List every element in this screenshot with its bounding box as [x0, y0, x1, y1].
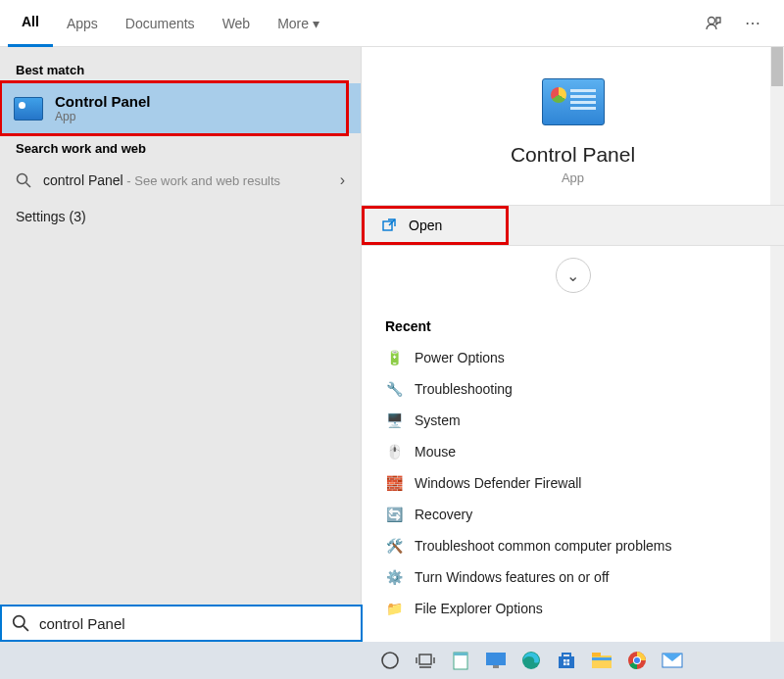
- explorer-icon[interactable]: [585, 644, 618, 677]
- taskview-icon[interactable]: [409, 644, 442, 677]
- tab-documents[interactable]: Documents: [112, 0, 209, 47]
- recent-item-label: System: [415, 412, 461, 428]
- recent-item[interactable]: 🔋Power Options: [381, 342, 764, 373]
- svg-rect-15: [567, 663, 570, 666]
- recent-item-icon: 🛠️: [385, 537, 403, 555]
- best-match-label: Best match: [0, 55, 361, 83]
- recent-item-icon: 📁: [385, 600, 403, 617]
- recent-item-icon: 🔋: [385, 349, 403, 366]
- svg-rect-7: [454, 653, 467, 655]
- tab-more[interactable]: More▾: [264, 0, 333, 47]
- settings-section[interactable]: Settings (3): [0, 199, 361, 234]
- tab-apps[interactable]: Apps: [53, 0, 112, 47]
- recent-item[interactable]: 🔧Troubleshooting: [381, 373, 764, 405]
- scrollbar[interactable]: [770, 47, 784, 642]
- chevron-right-icon: ›: [340, 171, 345, 189]
- recent-item-icon: ⚙️: [385, 568, 403, 586]
- svg-rect-9: [493, 665, 499, 668]
- recent-item-icon: 🖥️: [385, 412, 403, 429]
- recent-label: Recent: [381, 311, 764, 342]
- open-icon: [381, 218, 397, 233]
- more-options-icon[interactable]: ⋯: [737, 8, 768, 39]
- svg-point-1: [18, 174, 27, 184]
- open-action[interactable]: Open: [362, 205, 784, 246]
- store-icon[interactable]: [550, 644, 583, 677]
- svg-rect-18: [592, 657, 612, 660]
- svg-rect-16: [592, 655, 612, 668]
- svg-rect-11: [559, 656, 574, 668]
- web-query-text: control Panel: [43, 172, 123, 188]
- recent-item[interactable]: ⚙️Turn Windows features on or off: [381, 561, 764, 593]
- svg-rect-17: [592, 653, 601, 656]
- recent-item-label: Troubleshoot common computer problems: [415, 538, 672, 554]
- search-box[interactable]: [0, 605, 363, 642]
- recent-item-icon: 🔧: [385, 380, 403, 398]
- recent-item[interactable]: 🖥️System: [381, 405, 764, 436]
- recent-item-label: Windows Defender Firewall: [415, 475, 581, 491]
- expand-button[interactable]: ⌄: [556, 258, 591, 293]
- preview-type: App: [362, 170, 784, 185]
- recent-item-label: Mouse: [415, 444, 456, 460]
- result-title: Control Panel: [55, 93, 151, 110]
- web-search-result[interactable]: control Panel - See work and web results…: [0, 162, 361, 199]
- recent-item[interactable]: 📁File Explorer Options: [381, 593, 764, 624]
- recent-item-label: Power Options: [415, 350, 505, 365]
- svg-rect-8: [486, 653, 506, 665]
- svg-point-21: [634, 657, 640, 663]
- results-pane: Best match Control Panel App Search work…: [0, 47, 361, 642]
- filter-tabs: All Apps Documents Web More▾ ⋯: [0, 0, 784, 47]
- svg-rect-13: [567, 659, 570, 662]
- preview-pane: Control Panel App Open ⌄ Recent 🔋Power O…: [361, 47, 784, 642]
- svg-rect-5: [419, 655, 431, 664]
- svg-point-4: [382, 653, 398, 668]
- edge-icon[interactable]: [514, 644, 548, 677]
- result-subtitle: App: [55, 110, 151, 123]
- open-label: Open: [409, 218, 442, 233]
- preview-app-icon: [542, 78, 605, 125]
- tab-all[interactable]: All: [8, 0, 53, 47]
- web-hint-text: - See work and web results: [123, 173, 280, 188]
- preview-title: Control Panel: [362, 143, 784, 167]
- recent-item-icon: 🖱️: [385, 443, 403, 461]
- svg-rect-12: [564, 659, 566, 662]
- recent-item-label: Turn Windows features on or off: [415, 569, 609, 585]
- chrome-icon[interactable]: [620, 644, 654, 677]
- recent-item[interactable]: 🛠️Troubleshoot common computer problems: [381, 530, 764, 561]
- recent-item-label: Recovery: [415, 507, 472, 522]
- recent-item-icon: 🔄: [385, 506, 403, 523]
- recent-item-label: Troubleshooting: [415, 381, 513, 397]
- recent-item-icon: 🧱: [385, 474, 403, 492]
- best-match-result[interactable]: Control Panel App: [0, 83, 361, 133]
- recent-item-label: File Explorer Options: [415, 601, 543, 616]
- desktop-icon[interactable]: [479, 644, 513, 677]
- search-input[interactable]: [39, 615, 351, 632]
- search-icon: [16, 172, 33, 188]
- mail-icon[interactable]: [656, 644, 689, 677]
- svg-rect-14: [564, 663, 566, 666]
- svg-point-3: [14, 616, 24, 627]
- control-panel-icon: [14, 94, 43, 123]
- recent-item[interactable]: 🧱Windows Defender Firewall: [381, 467, 764, 499]
- cortana-icon[interactable]: [373, 644, 407, 677]
- search-web-label: Search work and web: [0, 133, 361, 162]
- tab-web[interactable]: Web: [209, 0, 265, 47]
- chevron-down-icon: ▾: [313, 16, 319, 31]
- feedback-icon[interactable]: [698, 8, 729, 39]
- svg-point-0: [709, 17, 715, 24]
- notepad-icon[interactable]: [444, 644, 477, 677]
- search-icon: [12, 614, 29, 632]
- recent-item[interactable]: 🖱️Mouse: [381, 436, 764, 467]
- taskbar: [0, 642, 784, 679]
- svg-rect-2: [383, 221, 392, 230]
- recent-item[interactable]: 🔄Recovery: [381, 499, 764, 530]
